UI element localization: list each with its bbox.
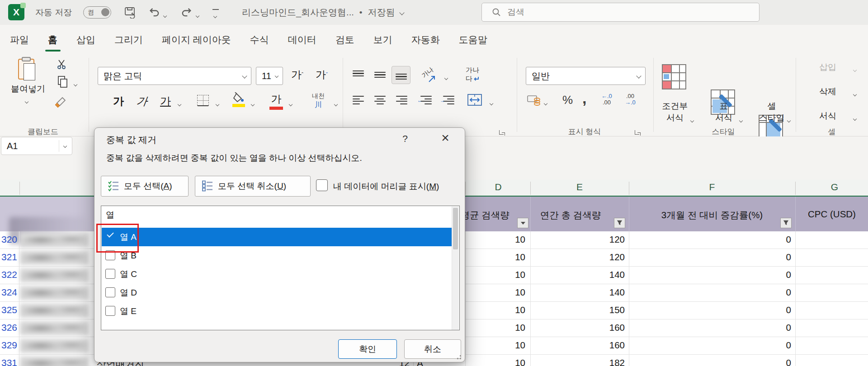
phonetic-guide-button[interactable]: 내천 川 (312, 92, 325, 110)
cell-E[interactable]: 140 (542, 287, 625, 298)
dialog-resize-grip[interactable] (454, 352, 461, 359)
cell-F[interactable]: 0 (678, 357, 791, 366)
cell-F[interactable]: 0 (678, 340, 791, 351)
phonetic-dropdown-icon[interactable] (335, 99, 337, 108)
paste-button[interactable]: 붙여넣기 (8, 83, 48, 95)
format-dropdown-icon[interactable] (854, 114, 856, 122)
tab-draw[interactable]: 그리기 (113, 32, 144, 48)
cell-F[interactable]: 0 (678, 322, 791, 333)
column-header-G[interactable]: G (816, 182, 854, 192)
row-number[interactable]: 331 (0, 357, 17, 366)
align-bottom-selected[interactable] (392, 66, 410, 84)
redo-icon[interactable] (180, 6, 193, 19)
row-number[interactable]: 320 (0, 234, 17, 245)
row-number[interactable]: 329 (0, 340, 17, 351)
alignment-dialog-launcher-icon[interactable] (499, 130, 505, 136)
increase-decimal-button[interactable]: ←.0 .00 (601, 93, 612, 105)
cell-D[interactable]: 10 (467, 322, 525, 333)
row-number[interactable]: 321 (0, 252, 17, 263)
format-as-table-dropdown-icon[interactable] (740, 116, 742, 124)
font-size-select[interactable]: 11 (256, 67, 283, 85)
merge-dropdown-icon[interactable] (490, 99, 493, 107)
header-cell-E1[interactable]: 연간 총 검색량 (530, 209, 611, 221)
tab-review[interactable]: 검토 (335, 32, 355, 48)
italic-button[interactable]: 가 (136, 94, 148, 108)
cancel-button[interactable]: 취소 (404, 339, 461, 359)
paste-icon[interactable] (17, 57, 38, 81)
cell-F[interactable]: 0 (678, 287, 791, 298)
format-as-table-label2[interactable]: 서식 (703, 112, 744, 124)
filter-applied-button-F[interactable] (780, 218, 792, 228)
cell-D[interactable]: 10 (467, 252, 525, 263)
tab-file[interactable]: 파일 (9, 32, 30, 48)
borders-icon[interactable] (197, 95, 209, 106)
column-header-D[interactable]: D (479, 182, 517, 192)
comma-style-button[interactable]: , (582, 89, 586, 107)
row-number[interactable]: 322 (0, 269, 17, 280)
row-number[interactable]: 324 (0, 287, 17, 298)
list-item-column-C[interactable]: 열 C (102, 265, 453, 283)
list-item-column-B[interactable]: 열 B (102, 246, 453, 265)
cell-F[interactable]: 0 (678, 305, 791, 315)
align-middle-icon[interactable] (374, 70, 386, 79)
insert-cells-button[interactable]: 삽입 (819, 61, 836, 73)
document-title-area[interactable]: 리스닝마인드_회사운영협... • 저장됨 (242, 0, 404, 25)
my-data-has-headers-checkbox[interactable] (316, 179, 328, 191)
insert-dropdown-icon[interactable] (854, 65, 856, 73)
accounting-format-icon[interactable] (527, 94, 541, 107)
filter-applied-button-E[interactable] (614, 218, 625, 228)
percent-style-button[interactable]: % (562, 93, 573, 107)
tab-formulas[interactable]: 수식 (249, 32, 270, 48)
cut-icon[interactable] (57, 59, 68, 70)
font-color-button[interactable]: 가 (269, 92, 283, 110)
increase-indent-icon[interactable]: → (443, 96, 454, 104)
checkbox-icon[interactable] (105, 287, 115, 297)
row-number[interactable]: 325 (0, 305, 17, 315)
name-box[interactable]: A1 (1, 137, 72, 155)
undo-dropdown-icon[interactable] (164, 11, 166, 19)
checkbox-icon[interactable] (105, 269, 115, 279)
align-right-icon[interactable] (396, 96, 407, 104)
accounting-dropdown-icon[interactable] (544, 99, 547, 107)
paste-dropdown-icon[interactable] (25, 97, 28, 105)
checkbox-icon[interactable] (105, 306, 115, 316)
save-status[interactable]: 저장됨 (368, 6, 395, 19)
redo-dropdown-icon[interactable] (196, 11, 199, 19)
cell-E[interactable]: 150 (542, 305, 625, 315)
save-icon[interactable] (124, 6, 136, 19)
document-title[interactable]: 리스닝마인드_회사운영협... (242, 6, 354, 19)
cell-D[interactable]: 10 (467, 234, 525, 245)
number-format-select[interactable]: 일반 (526, 67, 646, 85)
scrollbar-thumb[interactable] (453, 208, 458, 249)
header-cell-F1[interactable]: 3개월 전 대비 증감률(%) (642, 209, 782, 221)
list-item-column-A[interactable]: 열 A (102, 228, 453, 246)
tab-insert[interactable]: 삽입 (75, 32, 96, 48)
cell-F[interactable]: 0 (678, 234, 791, 245)
cell-E[interactable]: 120 (542, 252, 625, 263)
decrease-decimal-button[interactable]: .00 →.0 (625, 93, 636, 105)
cell-styles-dropdown-icon[interactable] (788, 116, 790, 124)
cell-F[interactable]: 0 (678, 269, 791, 280)
cell-styles-label2[interactable]: 스타일 (751, 112, 792, 124)
search-input[interactable]: 검색 (481, 3, 760, 22)
delete-dropdown-icon[interactable] (854, 89, 856, 98)
header-cell-G1[interactable]: CPC (USD) (798, 209, 866, 220)
dialog-close-button[interactable]: × (434, 129, 456, 147)
format-cells-button[interactable]: 서식 (819, 110, 836, 122)
cell-E[interactable]: 120 (542, 234, 625, 245)
cell-E[interactable]: 140 (542, 269, 625, 280)
cell-E[interactable]: 160 (542, 340, 625, 351)
dialog-help-button[interactable]: ? (398, 133, 412, 144)
format-painter-icon[interactable] (53, 96, 67, 109)
number-dialog-launcher-icon[interactable] (635, 130, 641, 136)
delete-cells-button[interactable]: 삭제 (819, 86, 836, 98)
tab-help[interactable]: 도움말 (458, 32, 488, 48)
cell-D[interactable]: 10 (467, 357, 525, 366)
column-header-F[interactable]: F (693, 182, 731, 192)
filter-dropdown-button-D[interactable] (517, 218, 528, 228)
conditional-formatting-icon[interactable] (662, 64, 686, 89)
autosave-toggle[interactable]: 켬 (83, 6, 111, 19)
name-box-dropdown-icon[interactable] (63, 144, 67, 148)
cell-F[interactable]: 0 (678, 252, 791, 263)
tab-automate[interactable]: 자동화 (410, 32, 441, 48)
